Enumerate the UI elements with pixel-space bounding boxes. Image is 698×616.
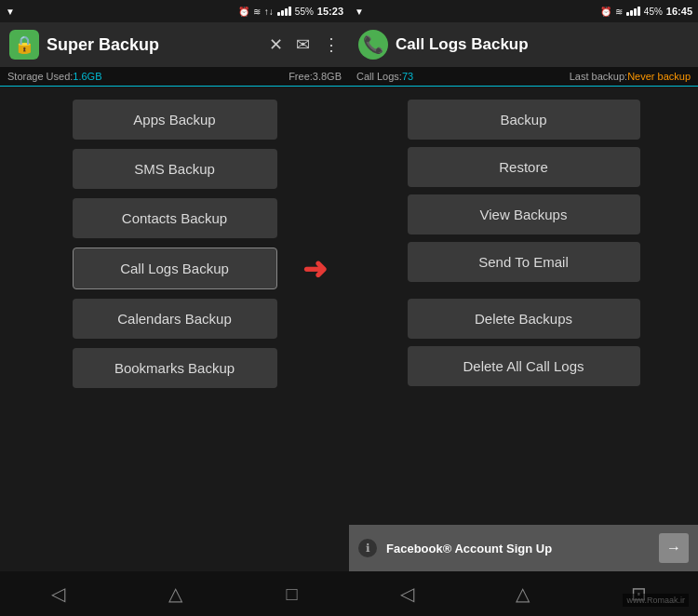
app-icon-left: 🔒 [9, 30, 39, 60]
battery-left: 55% [295, 7, 314, 17]
red-arrow-icon: ➜ [302, 251, 328, 287]
delete-all-call-logs-button[interactable]: Delete All Call Logs [408, 346, 640, 386]
time-left: 15:23 [317, 6, 343, 17]
super-backup-icon: 🔒 [14, 34, 34, 55]
info-bar-right: Call Logs:73 Last backup:Never backup [349, 67, 698, 87]
nav-bar-left: ◁ △ □ [0, 571, 349, 616]
view-backups-button[interactable]: View Backups [408, 194, 640, 234]
call-logs-backup-button[interactable]: Call Logs Backup ➜ [73, 248, 277, 289]
app-icon-right: 📞 [358, 30, 388, 60]
status-bar-left: ▼ ⏰ ≋ ↑↓ 55% 15:23 [0, 0, 349, 22]
signal-bars-right [626, 7, 640, 16]
more-icon[interactable]: ⋮ [323, 34, 340, 55]
storage-used-value: 1.6GB [73, 71, 101, 82]
facebook-signup-bar[interactable]: ℹ Facebook® Account Sign Up → [349, 525, 698, 571]
contacts-backup-button[interactable]: Contacts Backup [73, 198, 277, 238]
action-list: Backup Restore View Backups Send To Emai… [349, 87, 698, 525]
app-bar-left: 🔒 Super Backup ✕ ✉ ⋮ [0, 22, 349, 67]
fb-arrow-icon[interactable]: → [659, 533, 689, 563]
menu-list: Apps Backup SMS Backup Contacts Backup C… [0, 87, 349, 571]
home-button-left[interactable]: △ [168, 583, 182, 605]
signal-icon-left: ↑↓ [264, 7, 274, 17]
status-bar-right: ▼ ⏰ ≋ 45% 16:45 [349, 0, 698, 22]
home-button-right[interactable]: △ [516, 583, 530, 605]
email-icon[interactable]: ✉ [296, 34, 310, 55]
wrench-icon[interactable]: ✕ [269, 34, 283, 55]
left-panel: ▼ ⏰ ≋ ↑↓ 55% 15:23 🔒 Super Backup ✕ ✉ ⋮ [0, 0, 349, 616]
wifi-icon-right: ≋ [615, 7, 623, 17]
battery-right: 45% [644, 7, 663, 17]
time-right: 16:45 [666, 6, 692, 17]
status-left-right: ▼ [355, 7, 364, 17]
call-logs-backup-label: Call Logs Backup [120, 261, 229, 276]
storage-used: Storage Used:1.6GB [7, 71, 102, 82]
backup-button[interactable]: Backup [408, 100, 640, 140]
call-logs-info: Call Logs:73 [356, 71, 413, 82]
apps-backup-button[interactable]: Apps Backup [73, 100, 277, 140]
right-panel: ▼ ⏰ ≋ 45% 16:45 📞 Call Logs Backup Call … [349, 0, 698, 616]
fb-signup-text: Facebook® Account Sign Up [386, 542, 650, 556]
arrow-container: ➜ [302, 251, 328, 287]
status-left-icons: ▼ [6, 7, 15, 17]
call-logs-count: 73 [402, 71, 413, 82]
last-backup-value: Never backup [627, 71, 691, 82]
recent-button-left[interactable]: □ [286, 583, 297, 605]
sms-backup-button[interactable]: SMS Backup [73, 149, 277, 189]
calendars-backup-button[interactable]: Calendars Backup [73, 299, 277, 339]
bookmarks-backup-button[interactable]: Bookmarks Backup [73, 348, 277, 388]
back-button-right[interactable]: ◁ [400, 583, 414, 605]
status-right-right: ⏰ ≋ 45% 16:45 [600, 6, 692, 17]
storage-free-value: 3.8GB [313, 71, 342, 82]
app-bar-actions: ✕ ✉ ⋮ [269, 34, 340, 55]
storage-free: Free:3.8GB [289, 71, 342, 82]
app-title-right: Call Logs Backup [396, 35, 529, 54]
restore-button[interactable]: Restore [408, 147, 640, 187]
alarm-icon-right: ⏰ [600, 7, 611, 17]
status-right-left: ⏰ ≋ ↑↓ 55% 15:23 [238, 6, 343, 17]
send-to-email-button[interactable]: Send To Email [408, 242, 640, 282]
notification-arrow-right: ▼ [355, 7, 364, 17]
alarm-icon-left: ⏰ [238, 7, 249, 17]
watermark: www.Romaak.ir [623, 594, 689, 607]
back-button-left[interactable]: ◁ [51, 583, 65, 605]
delete-backups-button[interactable]: Delete Backups [408, 299, 640, 339]
fb-info-icon: ℹ [358, 539, 377, 557]
app-bar-right: 📞 Call Logs Backup [349, 22, 698, 67]
signal-bars-left [277, 7, 291, 16]
app-title-left: Super Backup [47, 35, 262, 55]
wifi-icon-left: ≋ [253, 7, 261, 17]
notification-arrow-left: ▼ [6, 7, 15, 17]
call-logs-icon: 📞 [363, 34, 383, 55]
storage-bar-left: Storage Used:1.6GB Free:3.8GB [0, 67, 349, 87]
last-backup-info: Last backup:Never backup [570, 71, 691, 82]
